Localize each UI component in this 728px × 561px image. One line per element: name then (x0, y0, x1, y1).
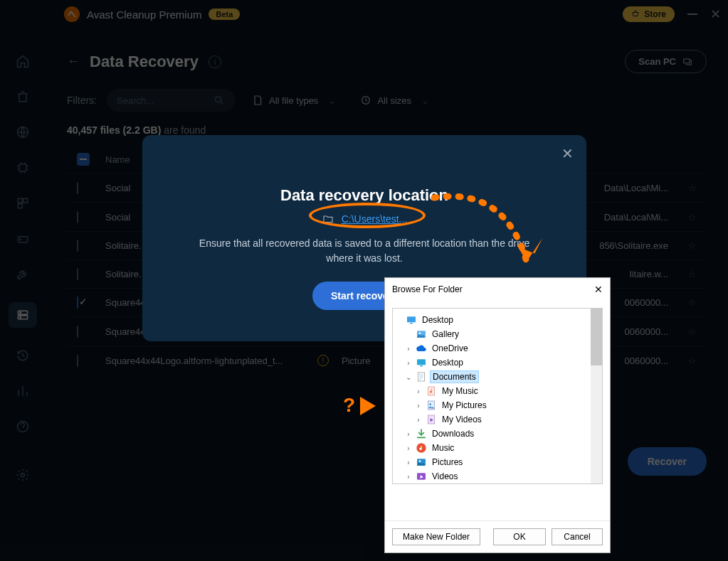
tree-twist-icon[interactable]: › (414, 402, 423, 410)
tree-twist-icon[interactable]: › (404, 430, 413, 438)
tree-item[interactable]: ›OneDrive (394, 341, 601, 356)
svg-rect-20 (417, 359, 426, 365)
folder-icon (322, 213, 334, 225)
desktop2-icon (416, 357, 427, 368)
browse-dialog-title: Browse For Folder (392, 284, 463, 294)
cloud-icon (416, 343, 427, 354)
doc-icon (416, 371, 427, 383)
gallery-icon (416, 328, 427, 340)
modal-description: Ensure that all recovered data is saved … (158, 236, 571, 266)
tree-item[interactable]: Gallery (394, 327, 601, 341)
folder-tree[interactable]: DesktopGallery›OneDrive›Desktop⌄Document… (392, 308, 603, 484)
tree-twist-icon[interactable]: › (414, 416, 423, 424)
tree-twist-icon[interactable]: › (404, 473, 413, 481)
download-icon (416, 428, 427, 439)
modal-close-button[interactable]: ✕ (561, 145, 574, 162)
videos-icon (416, 471, 427, 482)
tree-twist-icon[interactable]: › (414, 388, 423, 395)
tree-item[interactable]: Desktop (394, 313, 601, 327)
tree-item-label: My Pictures (440, 400, 489, 411)
modal-desc-line2: where it was lost. (326, 252, 402, 264)
pic-file-icon (426, 400, 437, 411)
tree-twist-icon[interactable]: › (404, 359, 413, 367)
tree-item[interactable]: ›My Videos (394, 412, 601, 427)
tree-item-label: Pictures (430, 456, 465, 468)
ok-button[interactable]: OK (493, 528, 546, 545)
tree-item-label: OneDrive (430, 343, 470, 354)
tree-item-label: Desktop (430, 357, 465, 368)
tree-item[interactable]: ›Music (394, 441, 601, 455)
svg-rect-17 (410, 323, 413, 324)
tree-item[interactable]: ›Desktop (394, 356, 601, 370)
pictures-icon (416, 456, 427, 468)
modal-title: Data recovery location (158, 186, 571, 205)
tree-item-label: My Videos (440, 414, 484, 425)
svg-point-19 (419, 332, 421, 334)
tree-twist-icon[interactable]: › (404, 444, 413, 452)
tree-item[interactable]: ›My Pictures (394, 398, 601, 412)
tree-twist-icon[interactable]: ⌄ (404, 373, 413, 381)
browse-close-button[interactable]: ✕ (594, 284, 603, 295)
annotation-question-mark: ? (343, 394, 355, 417)
music-icon (416, 442, 427, 454)
tree-item[interactable]: ›My Music (394, 384, 601, 398)
svg-point-25 (429, 403, 431, 405)
tree-item[interactable]: ›Videos (394, 469, 601, 483)
tree-item[interactable]: ⌄Documents (394, 370, 601, 384)
svg-rect-16 (407, 316, 416, 322)
browse-folder-dialog: Browse For Folder ✕ DesktopGallery›OneDr… (384, 277, 611, 553)
tree-twist-icon[interactable]: › (404, 345, 413, 353)
modal-desc-line1: Ensure that all recovered data is saved … (199, 237, 529, 249)
tree-item-label: Music (430, 442, 456, 454)
tree-item-label: My Music (440, 385, 480, 397)
tree-twist-icon[interactable]: › (404, 459, 413, 466)
tree-item-label: Videos (430, 471, 460, 482)
svg-rect-21 (420, 365, 423, 366)
svg-point-29 (419, 460, 421, 462)
cancel-button[interactable]: Cancel (552, 528, 603, 545)
tree-item-label: Desktop (420, 314, 455, 326)
desktop-icon (406, 314, 417, 326)
tree-item[interactable]: ›Pictures (394, 455, 601, 469)
music-file-icon (426, 385, 437, 397)
tree-item-label: Documents (430, 370, 479, 383)
location-path-link[interactable]: C:\Users\test... (342, 213, 408, 225)
tree-item[interactable]: ›Downloads (394, 427, 601, 441)
tree-scrollbar[interactable] (591, 309, 602, 483)
tree-item-label: Gallery (430, 328, 461, 340)
vid-file-icon (426, 414, 437, 425)
make-new-folder-button[interactable]: Make New Folder (392, 528, 480, 545)
tree-item-label: Downloads (430, 428, 476, 439)
